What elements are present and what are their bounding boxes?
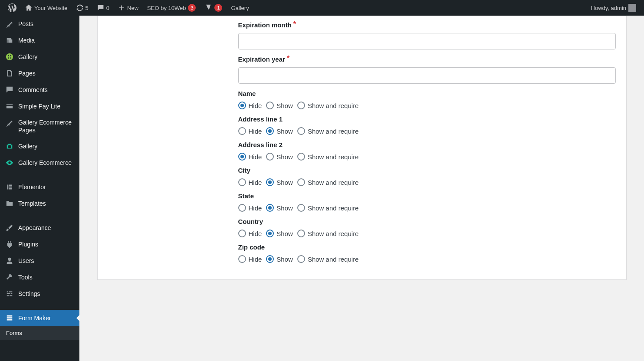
radio-input[interactable] [266,204,274,212]
radio-input[interactable] [297,204,305,212]
radio-option-show_require[interactable]: Show and require [297,153,359,161]
field-label-text: Country [238,218,616,225]
radio-group: HideShowShow and require [238,127,616,135]
sidebar-item-label: Settings [18,290,40,291]
sliders-icon [5,289,14,291]
field-expiration-year: Expiration year * [238,56,616,84]
sidebar-item-label: Appearance [18,224,51,232]
radio-label: Hide [249,153,262,161]
card-icon [5,102,14,111]
radio-option-show_require[interactable]: Show and require [297,255,359,263]
field-label-text: Address line 2 [238,141,616,148]
sidebar-item-simple-pay[interactable]: Simple Pay Lite [0,98,79,115]
radio-option-show[interactable]: Show [266,102,293,109]
radio-input[interactable] [238,102,246,109]
radio-input[interactable] [266,230,274,237]
sidebar-item-gallery-2[interactable]: Gallery [0,138,79,154]
radio-input[interactable] [297,178,305,186]
radio-input[interactable] [266,153,274,161]
field-label-text: Expiration month [238,21,292,29]
home-icon [25,4,32,11]
radio-input[interactable] [238,178,246,186]
user-icon [5,256,14,265]
radio-input[interactable] [266,178,274,186]
radio-option-show[interactable]: Show [266,204,293,212]
radio-label: Hide [249,256,262,263]
menu-separator [0,212,79,220]
radio-input[interactable] [297,153,305,161]
sidebar-item-users[interactable]: Users [0,253,79,269]
sidebar-item-gallery-ecom-pages[interactable]: Gallery Ecommerce Pages [0,115,79,138]
field-label-text: State [238,192,616,200]
sidebar-item-plugins[interactable]: Plugins [0,236,79,253]
radio-input[interactable] [297,230,305,237]
elementor-icon [5,183,14,191]
camera-icon [5,142,14,151]
seo-link[interactable]: SEO by 10Web 3 [144,0,199,16]
updates-link[interactable]: 5 [73,0,92,16]
radio-input[interactable] [266,102,274,109]
radio-label: Hide [249,102,262,109]
sidebar-item-gallery-ecom[interactable]: Gallery Ecommerce [0,154,79,171]
sidebar-item-posts[interactable]: Posts [0,16,79,32]
radio-input[interactable] [238,153,246,161]
radio-input[interactable] [238,127,246,135]
radio-option-show[interactable]: Show [266,255,293,263]
adminbar-gallery[interactable]: Gallery [227,0,252,16]
sidebar-item-appearance[interactable]: Appearance [0,220,79,236]
radio-input[interactable] [238,204,246,212]
radio-option-hide[interactable]: Hide [238,127,262,135]
expiration-month-input[interactable] [238,33,616,49]
site-link[interactable]: Your Website [22,0,71,16]
radio-option-hide[interactable]: Hide [238,153,262,161]
field-label-text: Address line 1 [238,115,616,123]
avatar [628,4,636,12]
comment-icon [5,85,14,94]
sidebar-item-label: Gallery [18,142,37,150]
radio-option-show[interactable]: Show [266,230,293,237]
radio-option-show_require[interactable]: Show and require [297,230,359,237]
radio-input[interactable] [266,255,274,263]
radio-label: Show [276,204,293,212]
radio-option-show_require[interactable]: Show and require [297,127,359,135]
radio-option-show_require[interactable]: Show and require [297,204,359,212]
new-label: New [127,5,138,11]
sidebar-item-settings[interactable]: Settings [0,286,79,291]
comments-link[interactable]: 0 [94,0,113,16]
wp-logo[interactable] [4,0,20,16]
radio-option-show[interactable]: Show [266,127,293,135]
radio-option-show[interactable]: Show [266,153,293,161]
sidebar-item-gallery-1[interactable]: Gallery [0,49,79,65]
radio-option-hide[interactable]: Hide [238,204,262,212]
radio-option-hide[interactable]: Hide [238,178,262,186]
radio-option-show[interactable]: Show [266,178,293,186]
radio-option-hide[interactable]: Hide [238,255,262,263]
page-icon [5,69,14,78]
radio-option-hide[interactable]: Hide [238,230,262,237]
sidebar-item-templates[interactable]: Templates [0,195,79,212]
radio-input[interactable] [266,127,274,135]
new-link[interactable]: New [115,0,142,16]
sidebar-item-label: Plugins [18,240,38,248]
radio-input[interactable] [238,230,246,237]
field-visibility: Address line 2HideShowShow and require [238,141,616,161]
svg-point-2 [10,55,11,56]
field-visibility: Zip codeHideShowShow and require [238,243,616,263]
sidebar-item-pages[interactable]: Pages [0,65,79,82]
yoast-link[interactable]: 1 [201,0,226,16]
radio-input[interactable] [297,102,305,109]
sidebar-item-comments[interactable]: Comments [0,82,79,98]
radio-option-show_require[interactable]: Show and require [297,178,359,186]
radio-input[interactable] [297,127,305,135]
admin-bar-left: Your Website 5 0 New SEO by 10Web 3 1 Ga… [4,0,253,16]
sidebar-item-tools[interactable]: Tools [0,269,79,286]
radio-input[interactable] [297,255,305,263]
radio-option-show_require[interactable]: Show and require [297,102,359,109]
account-link[interactable]: Howdy, admin [588,0,640,16]
expiration-year-input[interactable] [238,67,616,84]
sidebar-item-elementor[interactable]: Elementor [0,179,79,195]
sidebar-item-label: Media [18,36,35,44]
radio-option-hide[interactable]: Hide [238,102,262,109]
sidebar-item-media[interactable]: Media [0,32,79,49]
radio-input[interactable] [238,255,246,263]
